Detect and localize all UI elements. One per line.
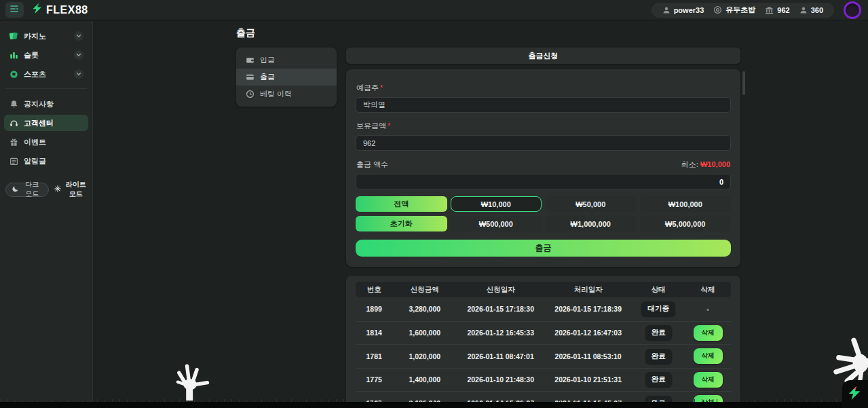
cell-requested: 2026-01-12 16:45:33 bbox=[457, 329, 544, 337]
withdraw-submit-button[interactable]: 출금 bbox=[356, 240, 731, 257]
balance-label-text: 보유금액 bbox=[356, 122, 386, 130]
board-icon bbox=[9, 157, 18, 166]
top-bar-right: power33유두초밥962360 bbox=[652, 1, 861, 19]
dark-mode-label: 다크 모드 bbox=[22, 180, 42, 199]
quick-amount-button-1[interactable]: ₩10,000 bbox=[451, 196, 542, 212]
cell-no: 1899 bbox=[356, 305, 392, 313]
cell-amount: 3,280,000 bbox=[392, 305, 457, 313]
history-column-header-1: 신청금액 bbox=[392, 285, 457, 295]
person-icon bbox=[799, 6, 808, 14]
user-stat-value: power33 bbox=[674, 6, 704, 14]
cell-processed: 2026-01-15 17:18:39 bbox=[544, 305, 632, 313]
min-amount-value: ₩10,000 bbox=[700, 160, 730, 168]
slots-icon bbox=[9, 51, 18, 60]
withdraw-history-card: 번호신청금액신청일자처리일자상태삭제 18993,280,0002026-01-… bbox=[346, 276, 740, 408]
moon-icon bbox=[12, 185, 19, 193]
delete-button[interactable]: 삭제 bbox=[694, 325, 723, 341]
user-stat-3: 360 bbox=[799, 6, 823, 14]
sidebar-item-posts[interactable]: 알림글 bbox=[4, 153, 88, 169]
sidebar-item-label: 공지사항 bbox=[24, 99, 54, 109]
history-column-header-2: 신청일자 bbox=[457, 285, 544, 295]
delete-button[interactable]: 삭제 bbox=[694, 372, 723, 388]
chevron-down-icon[interactable] bbox=[74, 31, 83, 41]
user-stat-2: 962 bbox=[765, 5, 789, 14]
sidebar-item-label: 고객센터 bbox=[24, 118, 54, 128]
cell-no: 1814 bbox=[356, 329, 392, 337]
person-icon bbox=[662, 6, 671, 14]
quick-amount-button-4[interactable]: 초기화 bbox=[356, 216, 447, 231]
quick-amount-grid: 전액₩10,000₩50,000₩100,000초기화₩500,000₩1,00… bbox=[356, 196, 731, 231]
sidebar-item-label: 카지노 bbox=[24, 31, 69, 41]
dark-mode-button[interactable]: 다크 모드 bbox=[5, 183, 49, 197]
sun-icon bbox=[54, 185, 61, 193]
cell-amount: 1,400,000 bbox=[392, 375, 457, 384]
card-icon bbox=[246, 73, 254, 81]
quick-amount-button-3[interactable]: ₩100,000 bbox=[640, 196, 732, 212]
main-content: 출금 입금출금베팅 이력 출금신청 예금주* 보유금액* 출금 액수 최소: ₩… bbox=[93, 21, 868, 408]
sidebar-item-casino[interactable]: 카지노 bbox=[4, 28, 88, 44]
quick-amount-button-5[interactable]: ₩500,000 bbox=[451, 216, 542, 231]
sidebar-toggle-button[interactable] bbox=[5, 2, 24, 18]
subnav-item-withdraw[interactable]: 출금 bbox=[236, 69, 337, 86]
min-amount-label: 최소: bbox=[681, 160, 698, 168]
subnav-card: 입금출금베팅 이력 bbox=[236, 48, 337, 107]
table-row: 17811,020,0002026-01-11 08:47:012026-01-… bbox=[356, 344, 731, 368]
subnav-item-betting-history[interactable]: 베팅 이력 bbox=[236, 86, 337, 103]
avatar[interactable] bbox=[844, 1, 861, 19]
history-table-header: 번호신청금액신청일자처리일자상태삭제 bbox=[356, 282, 731, 297]
account-holder-label-text: 예금주 bbox=[356, 84, 379, 92]
withdraw-form-card: 예금주* 보유금액* 출금 액수 최소: ₩10,000 전액₩10,000₩5… bbox=[346, 69, 740, 267]
top-bar: FLEX88 power33유두초밥962360 bbox=[0, 0, 868, 20]
quick-amount-button-2[interactable]: ₩50,000 bbox=[545, 196, 637, 212]
corner-brand-widget[interactable] bbox=[842, 380, 868, 408]
quick-amount-button-0[interactable]: 전액 bbox=[356, 196, 447, 212]
user-stat-value: 유두초밥 bbox=[725, 5, 755, 15]
sidebar-item-events[interactable]: 이벤트 bbox=[4, 134, 88, 150]
quick-amount-button-7[interactable]: ₩5,000,000 bbox=[640, 216, 732, 231]
cell-amount: 1,600,000 bbox=[392, 329, 457, 337]
balance-input[interactable] bbox=[356, 135, 731, 151]
history-column-header-3: 처리일자 bbox=[544, 285, 632, 295]
cell-processed: 2026-01-11 08:53:10 bbox=[544, 352, 632, 360]
amount-input[interactable] bbox=[356, 174, 731, 189]
cell-requested: 2026-01-11 08:47:01 bbox=[457, 352, 544, 360]
brand-logo[interactable]: FLEX88 bbox=[32, 3, 88, 17]
bell-icon bbox=[9, 100, 18, 109]
cell-processed: 2026-01-10 21:51:31 bbox=[544, 375, 632, 384]
scrollbar-thumb[interactable] bbox=[742, 71, 745, 95]
sidebar-item-support[interactable]: 고객센터 bbox=[4, 115, 88, 131]
account-holder-label: 예금주* bbox=[356, 83, 730, 93]
sidebar-links: 공지사항고객센터이벤트알림글 bbox=[4, 96, 88, 169]
theme-mode-row: 다크 모드 라이트 모드 bbox=[4, 180, 88, 199]
sidebar-item-notice[interactable]: 공지사항 bbox=[4, 96, 88, 112]
delete-button[interactable]: 삭제 bbox=[694, 348, 723, 364]
sidebar-item-label: 슬롯 bbox=[24, 50, 69, 60]
cell-amount: 1,020,000 bbox=[392, 352, 457, 360]
subnav-item-deposit[interactable]: 입금 bbox=[236, 52, 337, 69]
delete-placeholder: - bbox=[685, 305, 731, 313]
sidebar-item-label: 스포츠 bbox=[24, 69, 69, 79]
sports-icon bbox=[9, 70, 18, 79]
cell-no: 1775 bbox=[356, 375, 392, 384]
account-holder-input[interactable] bbox=[356, 97, 731, 113]
cards-icon bbox=[9, 31, 18, 41]
subnav-item-label: 출금 bbox=[260, 72, 275, 82]
clock-icon bbox=[246, 90, 254, 98]
light-mode-button[interactable]: 라이트 모드 bbox=[54, 180, 88, 199]
gift-icon bbox=[9, 138, 18, 147]
user-info-pill[interactable]: power33유두초밥962360 bbox=[652, 3, 834, 18]
bolt-icon bbox=[848, 386, 863, 403]
sidebar-item-label: 이벤트 bbox=[24, 137, 46, 147]
chevron-down-icon[interactable] bbox=[74, 50, 83, 60]
subnav-item-label: 베팅 이력 bbox=[260, 89, 292, 99]
quick-amount-button-6[interactable]: ₩1,000,000 bbox=[545, 216, 637, 231]
chevron-down-icon[interactable] bbox=[74, 69, 83, 79]
top-bar-left: FLEX88 bbox=[5, 2, 88, 18]
badge-icon bbox=[713, 5, 722, 14]
bolt-icon bbox=[32, 3, 43, 17]
sidebar-item-label: 알림글 bbox=[24, 156, 46, 166]
light-mode-label: 라이트 모드 bbox=[64, 180, 88, 199]
sidebar-item-sports[interactable]: 스포츠 bbox=[4, 66, 88, 82]
withdraw-panel-title: 출금신청 bbox=[346, 48, 740, 64]
sidebar-item-slots[interactable]: 슬롯 bbox=[4, 47, 88, 63]
